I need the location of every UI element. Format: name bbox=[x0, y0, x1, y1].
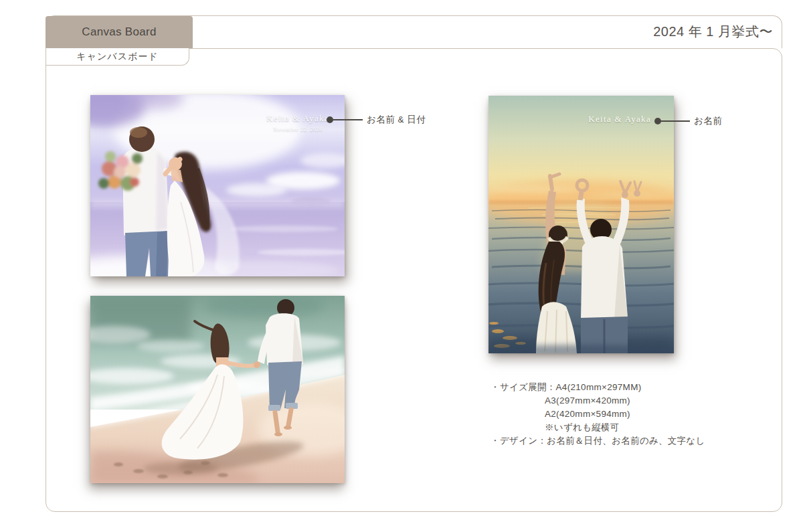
callout-line-name-date bbox=[333, 119, 363, 120]
photo-embrace-beach: Keita & Ayaka November 22, 2024 bbox=[90, 95, 345, 276]
product-title-ja-tab: キャンバスボード bbox=[46, 48, 189, 66]
sunset-names-overlay: Keita & Ayaka bbox=[588, 114, 651, 124]
spec-size-note: ※いずれも縦横可 bbox=[490, 421, 705, 434]
size-specs: ・サイズ展開：A4(210mm×297MM) A3(297mm×420mm) A… bbox=[490, 381, 705, 448]
photo-date-overlay: November 22, 2024 bbox=[266, 126, 330, 132]
spec-size-a2: A2(420mm×594mm) bbox=[490, 408, 705, 421]
product-title-tab: Canvas Board bbox=[46, 16, 193, 48]
annotation-name-label: お名前 bbox=[694, 115, 722, 127]
product-title-ja: キャンバスボード bbox=[76, 51, 158, 63]
photo-names-overlay: Keita & Ayaka bbox=[266, 113, 330, 124]
spec-size-a3: A3(297mm×420mm) bbox=[490, 394, 705, 408]
spec-design-line: ・デザイン：お名前＆日付、お名前のみ、文字なし bbox=[490, 434, 705, 448]
callout-line-name bbox=[660, 120, 690, 122]
photo-love-sunset: Keita & Ayaka bbox=[488, 96, 674, 353]
spec-size-a4: A4(210mm×297MM) bbox=[556, 382, 642, 392]
spec-row-size-a4: ・サイズ展開：A4(210mm×297MM) bbox=[490, 381, 705, 394]
love-sunset-illustration bbox=[488, 96, 674, 353]
availability-date: 2024 年 1 月挙式〜 bbox=[653, 15, 773, 48]
photo-walking-beach bbox=[90, 296, 345, 483]
spec-size-heading: ・サイズ展開： bbox=[490, 382, 556, 392]
annotation-name-date-label: お名前 & 日付 bbox=[367, 114, 426, 126]
page: 2024 年 1 月挙式〜 Canvas Board キャンバスボード bbox=[0, 0, 803, 532]
product-title-en: Canvas Board bbox=[82, 25, 156, 39]
walking-beach-illustration bbox=[90, 296, 345, 483]
